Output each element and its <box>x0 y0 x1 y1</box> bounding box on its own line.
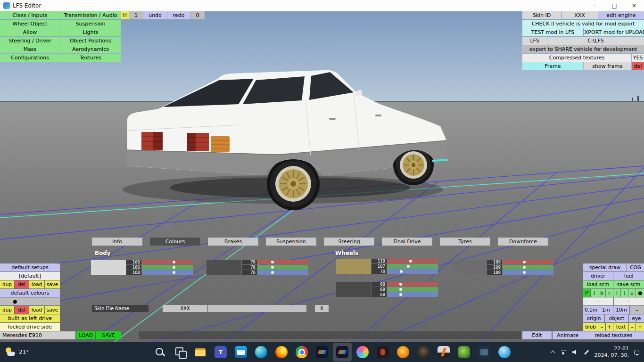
tray-expand-icon[interactable] <box>550 351 555 355</box>
colours-del-button[interactable]: del <box>15 306 29 314</box>
red-slider[interactable] <box>387 282 438 287</box>
frame-button[interactable]: Frame <box>522 62 583 70</box>
scale-01m-button[interactable]: 0.1m <box>583 306 599 314</box>
setup-load-button[interactable]: load <box>29 280 44 288</box>
minimize-button[interactable]: – <box>585 0 604 11</box>
setup-save-button[interactable]: save <box>45 280 60 288</box>
flag-p-button[interactable]: P <box>583 289 590 297</box>
show-frame-button[interactable]: show frame <box>584 62 631 70</box>
green-value[interactable]: 160 <box>126 265 141 270</box>
redo-button[interactable]: redo <box>167 11 190 19</box>
menu-object-positions[interactable]: Object Positions <box>60 37 121 45</box>
chrome-button[interactable] <box>292 343 311 362</box>
colours-dash-button[interactable]: – <box>30 297 60 305</box>
game-2-button[interactable] <box>394 343 413 362</box>
red-value[interactable]: 76 <box>242 260 257 264</box>
compressed-textures-value[interactable]: YES <box>632 54 644 62</box>
tab-colours[interactable]: Colours <box>150 238 200 246</box>
blue-slider[interactable] <box>387 292 438 297</box>
flag-l-button[interactable]: l <box>613 289 620 297</box>
text-minus-button[interactable]: – <box>629 323 636 331</box>
game-4-button[interactable] <box>434 343 453 362</box>
flag-dot-button[interactable]: ● <box>636 289 644 297</box>
red-value[interactable]: 119 <box>372 259 387 263</box>
fuel-button[interactable]: fuel <box>613 272 644 280</box>
tab-info[interactable]: Info <box>92 238 142 246</box>
flag-t-button[interactable]: t <box>621 289 628 297</box>
colours-dot-button[interactable]: ● <box>0 297 30 305</box>
pen-icon[interactable] <box>584 350 588 354</box>
setup-del-button[interactable]: del <box>15 280 29 288</box>
flag-r-button[interactable]: r <box>606 289 613 297</box>
check-valid-button[interactable]: CHECK if vehicle is valid for mod export <box>522 20 644 28</box>
red-value[interactable]: 160 <box>126 260 141 264</box>
teams-button[interactable]: T <box>211 343 230 362</box>
menu-suspension[interactable]: Suspension <box>60 20 121 28</box>
special-draw-button[interactable]: special draw <box>583 263 627 272</box>
tab-brakes[interactable]: Brakes <box>208 238 258 246</box>
view-eye-button[interactable]: eye <box>629 314 644 322</box>
red-slider[interactable] <box>257 260 308 264</box>
save-scm-button[interactable]: save scm <box>613 280 644 288</box>
tab-downforce[interactable]: Downforce <box>498 238 548 246</box>
red-slider[interactable] <box>142 260 193 264</box>
game-7-button[interactable] <box>495 343 514 362</box>
blob-button[interactable]: blob <box>583 323 598 331</box>
blue-slider[interactable] <box>142 270 193 275</box>
history-h-button[interactable]: H <box>121 11 129 19</box>
green-value[interactable]: 76 <box>242 265 257 270</box>
blue-value[interactable]: 70 <box>372 269 387 274</box>
load-vehicle-button[interactable]: LOAD <box>76 331 95 339</box>
view-object-button[interactable]: object <box>605 314 628 322</box>
scale-10m-button[interactable]: 10m <box>613 306 629 314</box>
animate-mode-button[interactable]: Animate <box>553 331 583 339</box>
text-button[interactable]: text <box>613 323 628 331</box>
text-plus-button[interactable]: + <box>636 323 644 331</box>
tab-steering[interactable]: Steering <box>324 238 374 246</box>
menu-steering-driver[interactable]: Steering / Driver <box>0 37 60 45</box>
game-1-button[interactable] <box>373 343 392 362</box>
green-value[interactable]: 107 <box>372 264 387 269</box>
colours-load-button[interactable]: load <box>29 306 44 314</box>
compressed-textures-label[interactable]: Compressed textures <box>522 54 631 62</box>
setup-dup-button[interactable]: dup <box>0 280 14 288</box>
firefox-button[interactable] <box>272 343 291 362</box>
reload-textures-button[interactable]: reload textures <box>583 331 644 339</box>
skin-file-name-input[interactable] <box>208 305 306 312</box>
menu-transmission-audio[interactable]: Transmission / Audio <box>60 11 121 19</box>
red-value[interactable]: 68 <box>372 282 387 287</box>
default-colours-button[interactable]: default colours <box>0 289 60 297</box>
export-mod-button[interactable]: EXPORT mod for UPLOAD <box>584 28 644 36</box>
start-button[interactable] <box>130 343 149 362</box>
load-scm-button[interactable]: load scm <box>583 280 613 288</box>
notification-icon[interactable] <box>634 350 639 354</box>
green-slider[interactable] <box>257 265 308 270</box>
tab-final-drive[interactable]: Final Drive <box>382 238 432 246</box>
blue-slider[interactable] <box>387 269 438 274</box>
tab-tyres[interactable]: Tyres <box>440 238 490 246</box>
blue-slider[interactable] <box>503 270 553 275</box>
test-mod-button[interactable]: TEST mod in LFS <box>522 28 583 36</box>
driver-button[interactable]: driver <box>583 272 613 280</box>
lfs-button[interactable]: LFS <box>522 37 547 45</box>
skin-clear-button[interactable]: X <box>315 305 329 312</box>
game-6-button[interactable] <box>475 343 494 362</box>
maximize-button[interactable]: □ <box>604 0 624 11</box>
locked-drive-side-button[interactable]: locked drive side <box>0 323 60 331</box>
blue-value[interactable]: 109 <box>487 270 502 275</box>
flag-b-button[interactable]: b <box>598 289 605 297</box>
game-5-button[interactable] <box>454 343 473 362</box>
edit-mode-button[interactable]: Edit <box>522 331 552 339</box>
edit-engine-button[interactable]: edit engine <box>598 11 644 19</box>
green-slider[interactable] <box>387 264 438 269</box>
lfs-path[interactable]: C:\LFS <box>547 37 644 45</box>
menu-wheel-object[interactable]: Wheel Object <box>0 20 60 28</box>
krita-button[interactable] <box>353 343 372 362</box>
green-value[interactable]: 109 <box>487 265 502 270</box>
cog-button[interactable]: COG <box>627 263 644 272</box>
green-slider[interactable] <box>387 287 438 292</box>
lfs-editor-app-button[interactable] <box>333 343 352 362</box>
menu-aerodynamics[interactable]: Aerodynamics <box>60 45 121 53</box>
blue-value[interactable]: 76 <box>242 270 257 275</box>
lfs-app-button[interactable] <box>313 343 331 362</box>
